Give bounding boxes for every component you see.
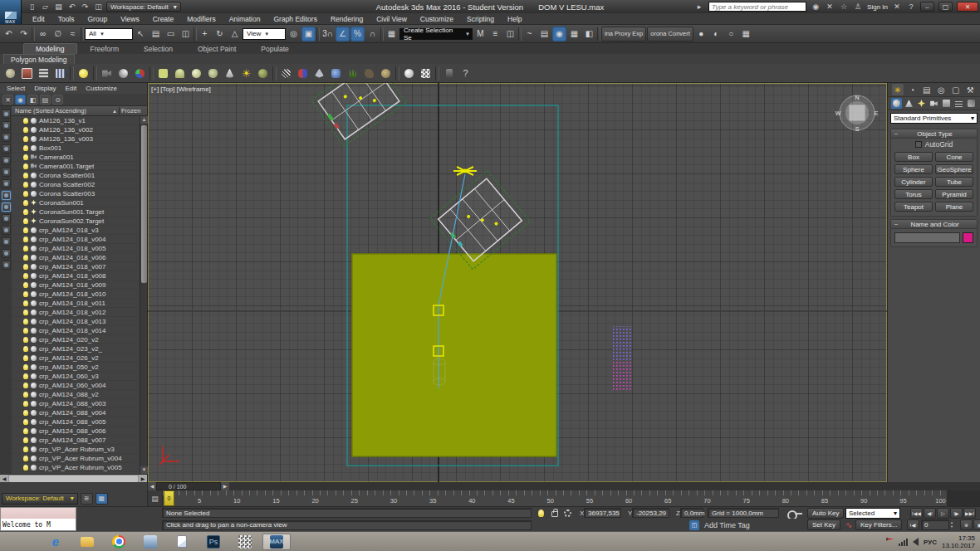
motion-tab[interactable]: ◎ [935,84,947,95]
track-scroll-left-icon[interactable]: ◀ [148,482,156,490]
scene-object-row[interactable]: crp_VP_Acer Rubrum_v3 [12,445,147,454]
scene-object-row[interactable]: CoronaSun002.Target [12,217,147,226]
communication-icon[interactable]: ✕ [825,2,835,11]
primitive-button[interactable]: Box [894,152,933,162]
menu-item[interactable]: Tools [52,14,81,24]
spacewarps-category-icon[interactable] [953,98,964,109]
primitive-button[interactable]: Pyramid [935,189,973,199]
taskbar-clock[interactable]: 17:35 13.10.2017 [942,534,978,549]
selection-lock-icon[interactable] [549,508,560,518]
toolbar-button[interactable]: ≈ [66,27,80,41]
scene-object-row[interactable]: crp_AM124_018_v005 [12,244,147,253]
toolbar-button[interactable]: ↻ [213,27,227,41]
toolbar-button[interactable]: ▤ [149,27,163,41]
toolbar-button[interactable]: ◎ [287,27,301,41]
toolbar-button[interactable]: ◧ [582,27,596,41]
selection-set-dropdown[interactable]: Selected▾ [845,508,900,519]
menu-item[interactable]: Group [82,14,114,24]
reference-coordinate-dropdown[interactable]: View▼ [243,28,286,40]
display-filter-icon[interactable] [2,249,11,258]
scene-object-row[interactable]: Corona Scatter002 [12,180,147,189]
scene-explorer-toggle-icon[interactable]: ▦ [96,493,108,505]
toolbar-button[interactable]: ∩ [365,27,380,41]
pick-parent-icon[interactable]: ▤ [40,95,51,105]
scroll-left-icon[interactable]: ◀ [0,475,8,483]
visibility-bulb-icon[interactable] [23,319,28,324]
modify-tab[interactable]: ◔ [906,84,918,95]
menu-item[interactable]: Customize [414,14,459,24]
selection-filter-dropdown[interactable]: All▼ [85,28,133,40]
tool-icon[interactable] [402,66,416,80]
toolbar-button[interactable]: ● [694,27,708,41]
display-filter-icon[interactable] [2,226,11,235]
visibility-bulb-icon[interactable] [23,173,28,178]
visibility-bulb-icon[interactable] [23,401,28,407]
scene-object-row[interactable]: Corona Scatter001 [12,171,147,180]
explorer-column-header[interactable]: Name (Sorted Ascending) ▲ Frozen [12,106,147,116]
toolbar-button[interactable] [81,27,84,41]
scrollbar-thumb[interactable] [141,125,147,283]
top-viewport[interactable]: [+] [Top] [Wireframe] [148,83,887,482]
toolbar-button[interactable]: ○ [724,27,738,41]
scene-object-row[interactable]: CoronaSun001 [12,198,147,207]
display-filter-icon[interactable] [2,168,11,177]
tool-icon[interactable] [37,66,51,80]
display-filter-icon[interactable] [2,191,11,200]
ribbon-tab[interactable]: Selection [132,44,184,54]
key-filters-button[interactable]: Key Filters... [855,519,902,530]
clear-search-icon[interactable]: ✕ [2,95,13,105]
toolbar-button[interactable]: + [198,27,212,41]
scene-object-row[interactable]: crp_AM124_018_v007 [12,262,147,271]
tool-icon[interactable] [279,66,293,80]
network-icon[interactable] [899,539,908,546]
tool-icon[interactable] [3,66,17,80]
visibility-bulb-icon[interactable] [23,328,28,334]
cameras-category-icon[interactable] [929,98,939,109]
scene-object-row[interactable]: crp_VP_Acer Rubrum_v005 [12,463,147,472]
a360-icon[interactable]: ✕ [892,2,902,11]
scene-object-row[interactable]: Camera001 [12,153,147,162]
taskbar-app-button[interactable] [136,534,164,550]
menu-item[interactable]: Help [502,14,527,24]
save-file-button[interactable]: ▤ [53,2,64,12]
tool-icon[interactable] [362,66,376,80]
playback-button[interactable]: ◀Ι [924,508,936,519]
viewport-nav-button[interactable]: ▣ [973,519,980,530]
name-column-header[interactable]: Name (Sorted Ascending) [12,107,112,115]
visibility-bulb-icon[interactable] [23,136,28,142]
lock-explorer-icon[interactable]: ◧ [27,95,38,105]
tool-icon[interactable] [223,66,237,80]
primitive-button[interactable]: Cone [935,152,973,162]
taskbar-app-button[interactable] [168,534,196,550]
visibility-bulb-icon[interactable] [23,282,28,288]
viewcube-east-label[interactable]: E [875,110,879,116]
undo-quick-button[interactable]: ↶ [66,2,77,12]
scene-object-row[interactable]: crp_AM124_018_v013 [12,317,147,326]
isolate-bulb-icon[interactable] [536,508,546,518]
tool-icon[interactable] [93,66,97,80]
helpers-category-icon[interactable] [941,98,952,109]
scene-object-row[interactable]: crp_AM124_088_v004 [12,408,147,417]
scene-object-row[interactable]: crp_AM124_018_v014 [12,326,147,335]
absolute-mode-gear-icon[interactable] [562,508,573,518]
viewport-shading-menu[interactable]: [Wireframe] [176,85,210,93]
playback-button[interactable]: Ι◀◀ [910,508,923,519]
scene-object-row[interactable]: crp_AM124_060_v004 [12,381,147,390]
scene-object-row[interactable]: AM126_136_v003 [12,134,147,144]
corona-proxy-exporter-button[interactable]: ina Proxy Exp [601,27,646,41]
new-file-button[interactable]: ▯ [27,2,37,12]
visibility-bulb-icon[interactable] [23,383,28,388]
visibility-bulb-icon[interactable] [23,428,28,434]
scene-object-row[interactable]: crp_AM124_060_v3 [12,372,147,381]
toolbar-button[interactable]: ◫ [179,27,193,41]
y-coord-field[interactable]: -20253,29 [632,508,669,518]
tool-icon[interactable] [156,66,170,80]
minimize-button[interactable]: – [920,2,934,12]
display-filter-icon[interactable] [2,214,11,223]
project-folder-button[interactable]: ◫ [93,2,104,12]
frame-spinner[interactable]: ▲▼ [950,520,953,529]
visibility-bulb-icon[interactable] [23,163,28,169]
menu-item[interactable]: Scripting [461,14,500,24]
tool-icon[interactable] [435,66,439,80]
tool-icon[interactable] [53,66,67,80]
